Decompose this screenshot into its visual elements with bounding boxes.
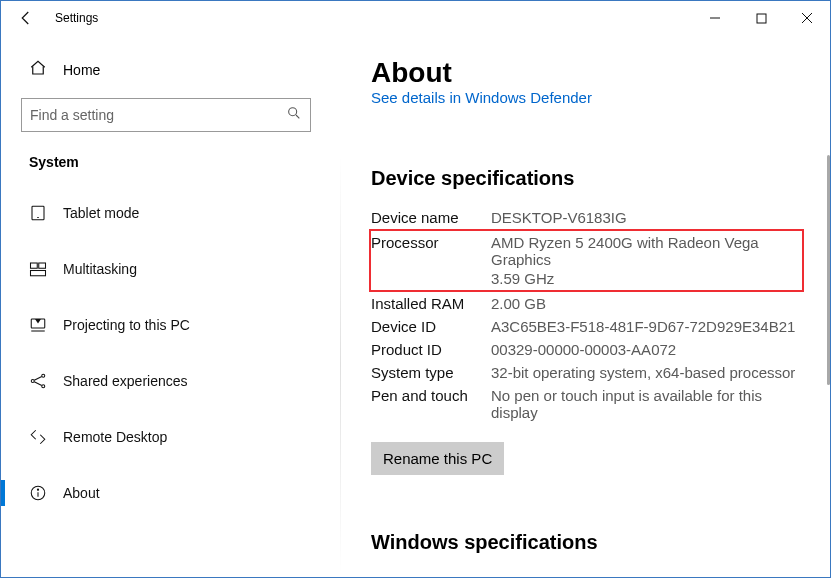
processor-highlight: Processor AMD Ryzen 5 2400G with Radeon … bbox=[369, 229, 804, 292]
home-icon bbox=[29, 59, 47, 80]
spec-label: Device ID bbox=[371, 318, 491, 335]
sidebar-item-multitasking[interactable]: Multitasking bbox=[21, 248, 321, 290]
spec-label-empty bbox=[371, 270, 491, 287]
spec-value: No pen or touch input is available for t… bbox=[491, 387, 812, 421]
sidebar-item-tablet-mode[interactable]: Tablet mode bbox=[21, 192, 321, 234]
spec-label: Product ID bbox=[371, 341, 491, 358]
spec-processor: Processor AMD Ryzen 5 2400G with Radeon … bbox=[371, 233, 796, 269]
svg-rect-6 bbox=[31, 263, 38, 268]
svg-rect-7 bbox=[39, 263, 46, 268]
home-nav[interactable]: Home bbox=[29, 59, 321, 80]
sidebar-item-label: About bbox=[63, 485, 100, 501]
sidebar: Home System Tablet mode Multitasking bbox=[1, 35, 341, 577]
spec-value: AMD Ryzen 5 2400G with Radeon Vega Graph… bbox=[491, 234, 796, 268]
sidebar-item-label: Tablet mode bbox=[63, 205, 139, 221]
close-button[interactable] bbox=[784, 3, 830, 33]
rename-pc-button[interactable]: Rename this PC bbox=[371, 442, 504, 475]
svg-point-11 bbox=[31, 380, 34, 383]
spec-system-type: System type 32-bit operating system, x64… bbox=[371, 361, 812, 384]
projecting-icon bbox=[29, 316, 47, 334]
svg-line-14 bbox=[34, 377, 42, 381]
svg-point-18 bbox=[37, 489, 38, 490]
remote-icon bbox=[29, 428, 47, 446]
back-button[interactable] bbox=[11, 3, 41, 33]
info-icon bbox=[29, 484, 47, 502]
svg-line-3 bbox=[296, 115, 299, 118]
spec-label: Processor bbox=[371, 234, 491, 268]
sidebar-item-label: Remote Desktop bbox=[63, 429, 167, 445]
search-icon bbox=[286, 105, 302, 125]
window-title: Settings bbox=[55, 11, 98, 25]
windows-defender-link[interactable]: See details in Windows Defender bbox=[371, 89, 592, 106]
multitasking-icon bbox=[29, 260, 47, 278]
windows-spec-heading: Windows specifications bbox=[371, 531, 812, 554]
search-input[interactable] bbox=[30, 107, 286, 123]
sidebar-item-label: Shared experiences bbox=[63, 373, 188, 389]
sidebar-item-remote-desktop[interactable]: Remote Desktop bbox=[21, 416, 321, 458]
svg-rect-1 bbox=[757, 14, 766, 23]
spec-processor-line2: 3.59 GHz bbox=[371, 269, 796, 288]
spec-label: System type bbox=[371, 364, 491, 381]
spec-pen-touch: Pen and touch No pen or touch input is a… bbox=[371, 384, 812, 424]
spec-value: 32-bit operating system, x64-based proce… bbox=[491, 364, 812, 381]
spec-device-id: Device ID A3C65BE3-F518-481F-9D67-72D929… bbox=[371, 315, 812, 338]
sidebar-item-shared-experiences[interactable]: Shared experiences bbox=[21, 360, 321, 402]
svg-point-12 bbox=[42, 374, 45, 377]
search-box[interactable] bbox=[21, 98, 311, 132]
spec-value: 2.00 GB bbox=[491, 295, 812, 312]
window-controls bbox=[692, 3, 830, 33]
tablet-icon bbox=[29, 204, 47, 222]
minimize-button[interactable] bbox=[692, 3, 738, 33]
spec-value: A3C65BE3-F518-481F-9D67-72D929E34B21 bbox=[491, 318, 812, 335]
spec-ram: Installed RAM 2.00 GB bbox=[371, 292, 812, 315]
sidebar-item-label: Multitasking bbox=[63, 261, 137, 277]
svg-rect-8 bbox=[31, 271, 46, 276]
device-specs: Device name DESKTOP-V6183IG Processor AM… bbox=[371, 206, 812, 424]
sidebar-item-about[interactable]: About bbox=[21, 472, 321, 514]
spec-value: DESKTOP-V6183IG bbox=[491, 209, 812, 226]
sidebar-item-label: Projecting to this PC bbox=[63, 317, 190, 333]
svg-point-2 bbox=[289, 108, 297, 116]
spec-label: Installed RAM bbox=[371, 295, 491, 312]
sidebar-item-projecting[interactable]: Projecting to this PC bbox=[21, 304, 321, 346]
spec-device-name: Device name DESKTOP-V6183IG bbox=[371, 206, 812, 229]
spec-label: Pen and touch bbox=[371, 387, 491, 421]
scrollbar[interactable] bbox=[827, 155, 830, 385]
home-label: Home bbox=[63, 62, 100, 78]
device-spec-heading: Device specifications bbox=[371, 167, 812, 190]
page-title: About bbox=[371, 57, 812, 89]
shared-icon bbox=[29, 372, 47, 390]
maximize-button[interactable] bbox=[738, 3, 784, 33]
spec-value: 3.59 GHz bbox=[491, 270, 796, 287]
main-content: About See details in Windows Defender De… bbox=[341, 35, 830, 577]
spec-value: 00329-00000-00003-AA072 bbox=[491, 341, 812, 358]
svg-line-15 bbox=[34, 382, 42, 386]
category-header: System bbox=[29, 154, 321, 170]
svg-point-13 bbox=[42, 385, 45, 388]
title-bar: Settings bbox=[1, 1, 830, 35]
spec-label: Device name bbox=[371, 209, 491, 226]
spec-product-id: Product ID 00329-00000-00003-AA072 bbox=[371, 338, 812, 361]
